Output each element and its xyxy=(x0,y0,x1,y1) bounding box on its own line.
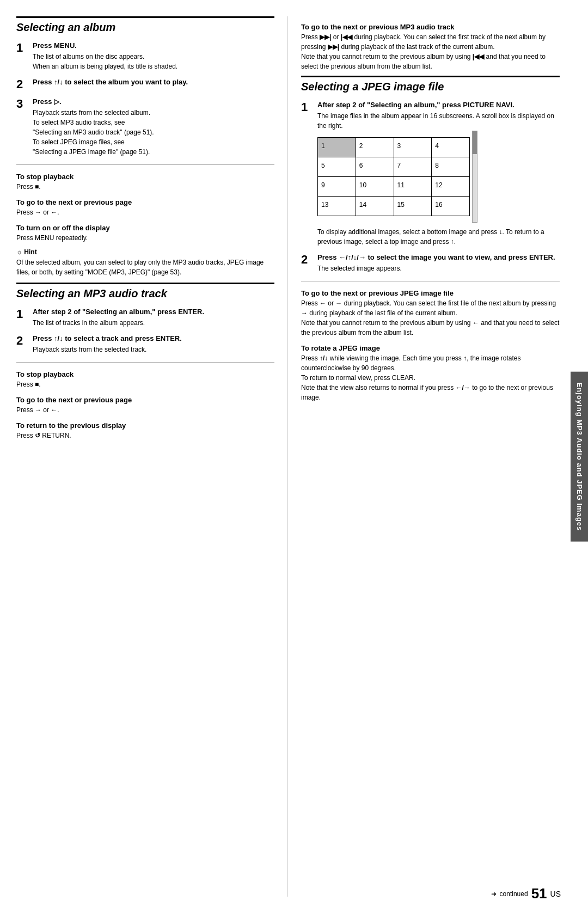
step-2-mp3: 2 Press ↑/↓ to select a track and press … xyxy=(16,334,274,354)
sub-stop-playback-2-body: Press ■. xyxy=(16,379,274,389)
side-tab-text: Enjoying MP3 Audio and JPEG Images xyxy=(575,382,584,531)
divider-1 xyxy=(16,164,274,165)
grid-cell-7: 7 xyxy=(394,157,432,177)
grid-cell-6: 6 xyxy=(356,157,394,177)
sub-jpeg-next-prev-body: Press ← or → during playback. You can se… xyxy=(301,298,560,338)
grid-cell-10: 10 xyxy=(356,177,394,197)
side-tab: Enjoying MP3 Audio and JPEG Images xyxy=(571,371,588,542)
sub-stop-playback-2: To stop playback xyxy=(16,370,274,378)
step-3-body: Playback starts from the selected album.… xyxy=(33,108,154,157)
step-3-album: 3 Press ▷. Playback starts from the sele… xyxy=(16,97,274,157)
grid-cell-3: 3 xyxy=(394,138,432,157)
sub-next-prev-page-1-body: Press → or ←. xyxy=(16,207,274,217)
sub-rotate-jpeg-body: Press ↑/↓ while viewing the image. Each … xyxy=(301,353,560,402)
section-title-mp3: Selecting an MP3 audio track xyxy=(16,283,274,300)
hint-body: Of the selected album, you can select to… xyxy=(16,258,274,277)
sub-rotate-jpeg: To rotate a JPEG image xyxy=(301,344,560,352)
jpeg-step-number-2: 2 xyxy=(301,253,313,266)
jpeg-step-number-1: 1 xyxy=(301,101,313,114)
mp3-step-number-2: 2 xyxy=(16,334,28,347)
grid-cell-4: 4 xyxy=(432,138,470,157)
step-1-album: 1 Press MENU. The list of albums on the … xyxy=(16,41,274,71)
jpeg-step-1-body: The image files in the album appear in 1… xyxy=(317,111,560,131)
image-grid: 12345678910111213141516 xyxy=(317,137,470,216)
scrollbar-thumb xyxy=(473,131,477,154)
section-selecting-album: Selecting an album 1 Press MENU. The lis… xyxy=(16,16,274,277)
mp3-track-nav: To go to the next or previous MP3 audio … xyxy=(301,23,560,71)
grid-cell-15: 15 xyxy=(394,197,432,216)
sub-return-display: To return to the previous display xyxy=(16,421,274,430)
main-content: Selecting an album 1 Press MENU. The lis… xyxy=(0,0,571,913)
step-2-title: Press ↑/↓ to select the album you want t… xyxy=(33,78,188,86)
page-container: Enjoying MP3 Audio and JPEG Images Selec… xyxy=(0,0,588,913)
jpeg-step-2-body: The selected image appears. xyxy=(317,264,555,273)
grid-cell-14: 14 xyxy=(356,197,394,216)
page-footer: ➜ continued 51US xyxy=(491,885,561,902)
step-1-body: The list of albums on the disc appears.W… xyxy=(33,52,177,71)
scrollbar-track xyxy=(472,131,477,223)
grid-cell-8: 8 xyxy=(432,157,470,177)
step-number-2: 2 xyxy=(16,78,28,91)
step-number-1: 1 xyxy=(16,41,28,54)
grid-cell-16: 16 xyxy=(432,197,470,216)
mp3-step-2-body: Playback starts from the selected track. xyxy=(33,345,182,354)
continued-arrow: ➜ xyxy=(491,890,497,898)
page-suffix: US xyxy=(550,890,561,898)
hint-title: ☼ Hint xyxy=(16,248,274,256)
sub-next-prev-page-2: To go to the next or previous page xyxy=(16,396,274,404)
page-number: 51 xyxy=(531,885,547,902)
sub-stop-playback-1: To stop playback xyxy=(16,173,274,181)
jpeg-step-1-title: After step 2 of "Selecting an album," pr… xyxy=(317,101,560,109)
sub-next-prev-page-2-body: Press → or ←. xyxy=(16,405,274,415)
sub-display-onoff-body: Press MENU repeatedly. xyxy=(16,233,274,243)
image-grid-wrapper: 12345678910111213141516 xyxy=(317,131,470,223)
left-column: Selecting an album 1 Press MENU. The lis… xyxy=(16,16,288,897)
divider-3 xyxy=(301,281,560,281)
step-number-3: 3 xyxy=(16,97,28,111)
grid-cell-2: 2 xyxy=(356,138,394,157)
jpeg-step-1-after-grid: To display additional images, select a b… xyxy=(317,227,560,247)
grid-cell-9: 9 xyxy=(318,177,356,197)
step-3-title: Press ▷. xyxy=(33,97,154,106)
sub-return-display-body: Press ↺ RETURN. xyxy=(16,431,274,440)
step-2-jpeg: 2 Press ←/↑/↓/→ to select the image you … xyxy=(301,253,560,273)
mp3-step-number-1: 1 xyxy=(16,308,28,321)
grid-cell-13: 13 xyxy=(318,197,356,216)
sub-next-prev-page-1: To go to the next or previous page xyxy=(16,198,274,206)
sub-stop-playback-1-body: Press ■. xyxy=(16,182,274,192)
step-2-album: 2 Press ↑/↓ to select the album you want… xyxy=(16,78,274,91)
continued-text: continued xyxy=(500,890,528,898)
jpeg-step-2-title: Press ←/↑/↓/→ to select the image you wa… xyxy=(317,253,555,261)
step-1-title: Press MENU. xyxy=(33,41,177,50)
step-1-mp3: 1 After step 2 of "Selecting an album," … xyxy=(16,308,274,328)
grid-cell-11: 11 xyxy=(394,177,432,197)
step-1-jpeg: 1 After step 2 of "Selecting an album," … xyxy=(301,101,560,247)
hint-block: ☼ Hint Of the selected album, you can se… xyxy=(16,248,274,277)
grid-cell-1: 1 xyxy=(318,138,356,157)
section-title-jpeg: Selecting a JPEG image file xyxy=(301,76,560,93)
sub-jpeg-next-prev: To go to the next or previous JPEG image… xyxy=(301,289,560,297)
mp3-step-1-body: The list of tracks in the album appears. xyxy=(33,318,204,328)
mp3-step-1-title: After step 2 of "Selecting an album," pr… xyxy=(33,308,204,316)
sub-mp3-next-prev: To go to the next or previous MP3 audio … xyxy=(301,23,560,31)
grid-cell-12: 12 xyxy=(432,177,470,197)
section-jpeg: Selecting a JPEG image file 1 After step… xyxy=(301,76,560,402)
section-mp3-track: Selecting an MP3 audio track 1 After ste… xyxy=(16,283,274,440)
sub-display-onoff: To turn on or off the display xyxy=(16,224,274,232)
right-column: To go to the next or previous MP3 audio … xyxy=(288,16,560,897)
section-title-album: Selecting an album xyxy=(16,16,274,34)
sub-mp3-next-prev-body: Press ▶▶| or |◀◀ during playback. You ca… xyxy=(301,32,560,71)
divider-2 xyxy=(16,362,274,363)
mp3-step-2-title: Press ↑/↓ to select a track and press EN… xyxy=(33,334,182,342)
grid-cell-5: 5 xyxy=(318,157,356,177)
